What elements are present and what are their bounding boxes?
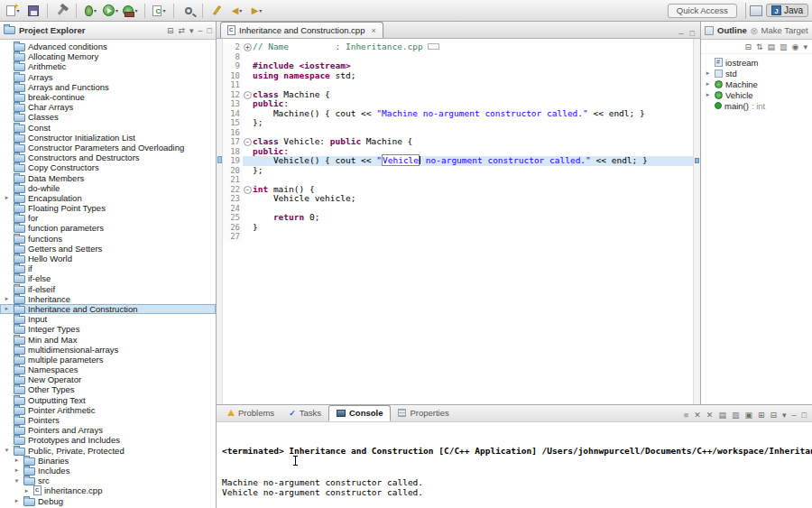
tree-item-arithmetic[interactable]: Arithmetic [0,61,216,71]
tree-item-includes[interactable]: ▸Includes [0,466,216,476]
line-number[interactable]: 22 [223,185,243,195]
tree-item-encapsulation[interactable]: ▸Encapsulation [0,193,216,203]
expand-arrow-icon[interactable]: ▸ [13,497,21,504]
tree-item-if-else[interactable]: if-else [0,273,216,283]
line-number[interactable]: 16 [223,128,243,138]
fold-toggle-icon[interactable]: - [243,90,253,100]
expand-arrow-icon[interactable]: ▸ [704,91,712,98]
tree-item-prototypes-and-includes[interactable]: Prototypes and Includes [0,435,216,445]
hide-non-public-icon[interactable]: ◉ [792,42,799,51]
tree-item-other-types[interactable]: Other Types [0,384,216,394]
forward-button[interactable]: ▾ [247,2,266,19]
line-number[interactable]: 25 [223,213,243,223]
expand-arrow-icon[interactable]: ▸ [3,305,11,312]
minimize-icon[interactable]: – [679,29,684,38]
view-menu-icon[interactable]: ▾ [803,42,807,51]
dropdown-arrow-icon[interactable]: ▾ [94,7,97,14]
tree-item-getters-and-setters[interactable]: Getters and Setters [0,244,216,254]
tree-item-constructor-initialization-list[interactable]: Constructor Initialization List [0,133,216,143]
line-number[interactable]: 9 [223,61,243,71]
line-number[interactable]: 10 [223,71,243,81]
line-number[interactable]: 24 [223,204,243,214]
dropdown-arrow-icon[interactable]: ▾ [239,7,242,14]
dropdown-arrow-icon[interactable]: ▾ [259,7,262,14]
tree-item-inheritance[interactable]: ▸Inheritance [0,294,216,304]
dropdown-arrow-icon[interactable]: ▾ [162,7,165,14]
remove-all-launches-icon[interactable]: ✕ [706,411,714,420]
tree-item-for[interactable]: for [0,213,216,223]
line-number[interactable]: 2 [223,42,243,52]
perspective-java-button[interactable]: J Java [766,4,808,17]
console-tab-tasks[interactable]: ✓Tasks [281,405,328,421]
line-number[interactable]: 20 [223,166,243,176]
tree-item-do-while[interactable]: do-while [0,183,216,193]
expand-arrow-icon[interactable]: ▸ [704,69,712,77]
overview-ruler[interactable] [693,39,700,404]
project-tree[interactable]: Advanced conditionsAllocating MemoryArit… [0,40,216,508]
code-editor[interactable]: 2+// Name : Inheritance.cpp89#include <i… [217,39,700,404]
tree-item-min-and-max[interactable]: Min and Max [0,334,216,344]
open-perspective-icon[interactable] [750,5,762,16]
sort-icon[interactable]: ⇅ [756,42,763,51]
new-wizard-button[interactable]: ▾ [4,2,23,19]
console-menu-icon[interactable]: ▾ [782,411,787,420]
line-number[interactable]: 19 [223,156,243,166]
line-number[interactable]: 23 [223,194,243,204]
new-cpp-class-button[interactable]: ▾ [150,2,169,19]
expand-arrow-icon[interactable]: ▸ [3,295,11,302]
outline-item-vehicle[interactable]: ▸Vehicle [701,89,812,100]
tree-item-classes[interactable]: Classes [0,112,216,122]
console-tab-problems[interactable]: Problems [220,405,281,421]
expand-arrow-icon[interactable]: ▸ [13,457,21,464]
tree-item-advanced-conditions[interactable]: Advanced conditions [0,42,216,51]
outline-item-machine[interactable]: ▸Machine [701,79,812,89]
console-tab-console[interactable]: Console [328,405,391,421]
pin-console-icon[interactable]: ▣ [744,411,752,420]
tree-item-arrays-and-functions[interactable]: Arrays and Functions [0,82,216,92]
hide-fields-icon[interactable]: ▤ [768,42,776,51]
line-number[interactable]: 18 [223,147,243,157]
line-number[interactable]: 17 [223,137,243,147]
dropdown-arrow-icon[interactable]: ▾ [115,7,118,14]
tree-item-src[interactable]: ▾src [0,476,216,485]
expand-arrow-icon[interactable]: ▾ [13,477,21,485]
line-number[interactable]: 26 [223,223,243,233]
close-tab-icon[interactable]: × [371,26,375,35]
expand-arrow-icon[interactable]: ▸ [23,487,31,494]
scroll-lock-icon[interactable]: ▥ [732,411,740,420]
tree-item-copy-constructors[interactable]: Copy Constructors [0,162,216,172]
expand-arrow-icon[interactable]: ▸ [3,194,11,201]
open-console-icon[interactable]: ⊟ [770,411,777,420]
build-button[interactable] [52,2,71,19]
clear-console-icon[interactable]: ▤ [718,411,726,420]
tree-item-input[interactable]: Input [0,314,216,324]
tree-item-pointers[interactable]: Pointers [0,415,216,425]
line-number[interactable]: 8 [223,52,243,62]
tree-item-pointer-arithmetic[interactable]: Pointer Arithmetic [0,405,216,415]
dropdown-arrow-icon[interactable]: ▾ [134,7,137,14]
minimize-icon[interactable]: – [198,26,203,35]
line-number[interactable]: 11 [223,80,243,90]
tree-item-new-operator[interactable]: New Operator [0,374,216,384]
line-number[interactable]: 13 [223,99,243,109]
tree-item-binaries[interactable]: ▸Binaries [0,456,216,466]
maximize-icon[interactable]: □ [690,29,695,38]
line-number[interactable]: 21 [223,175,243,185]
quick-access-button[interactable]: Quick Access [668,4,737,18]
fold-toggle-icon[interactable]: - [243,185,253,195]
expand-arrow-icon[interactable]: ▸ [704,80,712,88]
tree-item-if-elseif[interactable]: if-elseif [0,284,216,294]
maximize-icon[interactable]: □ [208,26,212,35]
console-tab-properties[interactable]: Properties [391,405,456,421]
tree-item-integer-types[interactable]: Integer Types [0,324,216,334]
back-button[interactable]: ▾ [227,2,246,19]
outline-item-std[interactable]: ▸std [701,68,812,79]
view-menu-icon[interactable]: ▾ [189,26,194,35]
tree-item-functions[interactable]: functions [0,234,216,244]
tree-item-break-continue[interactable]: break-continue [0,92,216,102]
maximize-icon[interactable]: □ [802,411,807,420]
display-selected-console-icon[interactable]: ⊞ [758,411,765,420]
run-button[interactable]: ▾ [101,2,120,19]
tree-item-if[interactable]: if [0,263,216,273]
outline-tree[interactable]: iostream▸std▸Machine▸Vehiclemain() : int [701,54,812,111]
